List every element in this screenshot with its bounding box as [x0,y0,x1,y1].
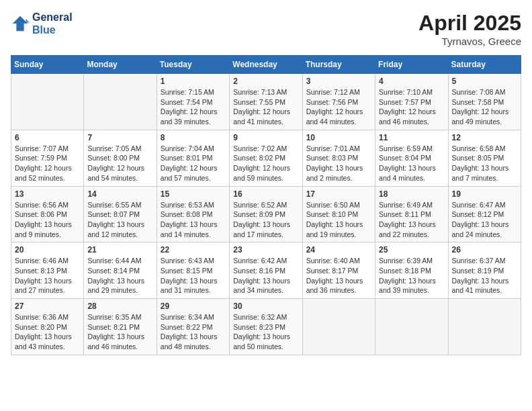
day-content: Sunrise: 6:40 AM Sunset: 8:17 PM Dayligh… [306,256,371,295]
calendar-cell [375,299,448,355]
calendar-cell: 17Sunrise: 6:50 AM Sunset: 8:10 PM Dayli… [302,186,375,242]
day-number: 29 [161,302,226,311]
day-number: 28 [87,302,152,311]
page-header: General Blue April 2025 Tyrnavos, Greece [11,11,521,47]
weekday-header: Tuesday [157,56,229,74]
day-number: 17 [306,189,371,199]
day-number: 1 [161,77,226,86]
day-number: 24 [306,245,371,255]
day-content: Sunrise: 7:13 AM Sunset: 7:55 PM Dayligh… [233,87,298,127]
day-content: Sunrise: 6:59 AM Sunset: 8:04 PM Dayligh… [379,144,444,183]
calendar-cell: 16Sunrise: 6:52 AM Sunset: 8:09 PM Dayli… [230,186,302,242]
logo-text-line1: General [32,11,73,24]
calendar-cell: 8Sunrise: 7:04 AM Sunset: 8:01 PM Daylig… [157,130,229,186]
day-content: Sunrise: 6:49 AM Sunset: 8:11 PM Dayligh… [379,200,444,240]
day-number: 12 [452,133,517,142]
day-number: 14 [87,189,152,199]
day-number: 8 [161,133,226,142]
calendar-cell: 22Sunrise: 6:43 AM Sunset: 8:15 PM Dayli… [157,242,229,299]
day-number: 22 [161,245,226,255]
calendar-cell: 7Sunrise: 7:05 AM Sunset: 8:00 PM Daylig… [84,130,157,186]
calendar-header-row: SundayMondayTuesdayWednesdayThursdayFrid… [11,56,521,74]
calendar-cell: 2Sunrise: 7:13 AM Sunset: 7:55 PM Daylig… [230,74,302,130]
calendar-cell: 27Sunrise: 6:36 AM Sunset: 8:20 PM Dayli… [11,299,84,355]
calendar-cell: 3Sunrise: 7:12 AM Sunset: 7:56 PM Daylig… [302,74,375,130]
day-content: Sunrise: 6:47 AM Sunset: 8:12 PM Dayligh… [452,200,517,240]
day-content: Sunrise: 7:04 AM Sunset: 8:01 PM Dayligh… [161,144,226,183]
weekday-header: Wednesday [230,56,302,74]
calendar-cell: 28Sunrise: 6:35 AM Sunset: 8:21 PM Dayli… [84,299,157,355]
calendar-cell: 23Sunrise: 6:42 AM Sunset: 8:16 PM Dayli… [230,242,302,299]
calendar-cell [448,299,521,355]
day-number: 7 [87,133,152,142]
day-content: Sunrise: 7:07 AM Sunset: 7:59 PM Dayligh… [15,144,80,183]
day-content: Sunrise: 6:44 AM Sunset: 8:14 PM Dayligh… [87,256,152,295]
day-content: Sunrise: 6:53 AM Sunset: 8:08 PM Dayligh… [161,200,226,240]
calendar-cell: 1Sunrise: 7:15 AM Sunset: 7:54 PM Daylig… [157,74,229,130]
day-content: Sunrise: 6:50 AM Sunset: 8:10 PM Dayligh… [306,200,371,240]
day-content: Sunrise: 7:15 AM Sunset: 7:54 PM Dayligh… [161,87,226,127]
svg-marker-1 [13,16,28,31]
day-number: 11 [379,133,444,142]
day-number: 15 [161,189,226,199]
day-number: 20 [15,245,80,255]
logo-text-line2: Blue [32,24,73,36]
day-number: 19 [452,189,517,199]
calendar-cell: 13Sunrise: 6:56 AM Sunset: 8:06 PM Dayli… [11,186,84,242]
day-content: Sunrise: 6:32 AM Sunset: 8:23 PM Dayligh… [233,312,298,352]
day-content: Sunrise: 6:35 AM Sunset: 8:21 PM Dayligh… [87,312,152,352]
day-content: Sunrise: 6:58 AM Sunset: 8:05 PM Dayligh… [452,144,517,183]
logo-icon [11,14,30,33]
day-content: Sunrise: 7:02 AM Sunset: 8:02 PM Dayligh… [233,144,298,183]
day-content: Sunrise: 6:37 AM Sunset: 8:19 PM Dayligh… [452,256,517,295]
calendar-cell: 29Sunrise: 6:34 AM Sunset: 8:22 PM Dayli… [157,299,229,355]
day-number: 2 [233,77,298,86]
calendar-cell: 15Sunrise: 6:53 AM Sunset: 8:08 PM Dayli… [157,186,229,242]
calendar-cell: 19Sunrise: 6:47 AM Sunset: 8:12 PM Dayli… [448,186,521,242]
calendar-cell [84,74,157,130]
calendar-week-row: 27Sunrise: 6:36 AM Sunset: 8:20 PM Dayli… [11,299,521,355]
day-content: Sunrise: 7:10 AM Sunset: 7:57 PM Dayligh… [379,87,444,127]
day-number: 4 [379,77,444,86]
day-number: 27 [15,302,80,311]
day-number: 23 [233,245,298,255]
location: Tyrnavos, Greece [418,36,521,47]
weekday-header: Friday [375,56,448,74]
calendar-cell: 21Sunrise: 6:44 AM Sunset: 8:14 PM Dayli… [84,242,157,299]
calendar-cell: 14Sunrise: 6:55 AM Sunset: 8:07 PM Dayli… [84,186,157,242]
calendar-cell: 4Sunrise: 7:10 AM Sunset: 7:57 PM Daylig… [375,74,448,130]
weekday-header: Sunday [11,56,84,74]
day-number: 16 [233,189,298,199]
day-number: 26 [452,245,517,255]
calendar-cell: 30Sunrise: 6:32 AM Sunset: 8:23 PM Dayli… [230,299,302,355]
weekday-header: Thursday [302,56,375,74]
calendar-cell: 25Sunrise: 6:39 AM Sunset: 8:18 PM Dayli… [375,242,448,299]
day-content: Sunrise: 6:34 AM Sunset: 8:22 PM Dayligh… [161,312,226,352]
day-number: 10 [306,133,371,142]
calendar-week-row: 13Sunrise: 6:56 AM Sunset: 8:06 PM Dayli… [11,186,521,242]
title-block: April 2025 Tyrnavos, Greece [418,11,521,47]
day-number: 5 [452,77,517,86]
day-content: Sunrise: 6:55 AM Sunset: 8:07 PM Dayligh… [87,200,152,240]
day-content: Sunrise: 7:05 AM Sunset: 8:00 PM Dayligh… [87,144,152,183]
day-number: 25 [379,245,444,255]
day-number: 9 [233,133,298,142]
calendar-cell: 18Sunrise: 6:49 AM Sunset: 8:11 PM Dayli… [375,186,448,242]
calendar-cell: 5Sunrise: 7:08 AM Sunset: 7:58 PM Daylig… [448,74,521,130]
calendar-table: SundayMondayTuesdayWednesdayThursdayFrid… [11,55,521,355]
day-content: Sunrise: 6:56 AM Sunset: 8:06 PM Dayligh… [15,200,80,240]
calendar-cell: 9Sunrise: 7:02 AM Sunset: 8:02 PM Daylig… [230,130,302,186]
logo: General Blue [11,11,73,36]
calendar-week-row: 1Sunrise: 7:15 AM Sunset: 7:54 PM Daylig… [11,74,521,130]
day-content: Sunrise: 6:36 AM Sunset: 8:20 PM Dayligh… [15,312,80,352]
calendar-cell: 6Sunrise: 7:07 AM Sunset: 7:59 PM Daylig… [11,130,84,186]
day-number: 6 [15,133,80,142]
calendar-cell: 11Sunrise: 6:59 AM Sunset: 8:04 PM Dayli… [375,130,448,186]
day-content: Sunrise: 7:12 AM Sunset: 7:56 PM Dayligh… [306,87,371,127]
day-content: Sunrise: 7:08 AM Sunset: 7:58 PM Dayligh… [452,87,517,127]
day-number: 18 [379,189,444,199]
calendar-week-row: 6Sunrise: 7:07 AM Sunset: 7:59 PM Daylig… [11,130,521,186]
day-number: 13 [15,189,80,199]
calendar-cell: 24Sunrise: 6:40 AM Sunset: 8:17 PM Dayli… [302,242,375,299]
calendar-cell: 20Sunrise: 6:46 AM Sunset: 8:13 PM Dayli… [11,242,84,299]
